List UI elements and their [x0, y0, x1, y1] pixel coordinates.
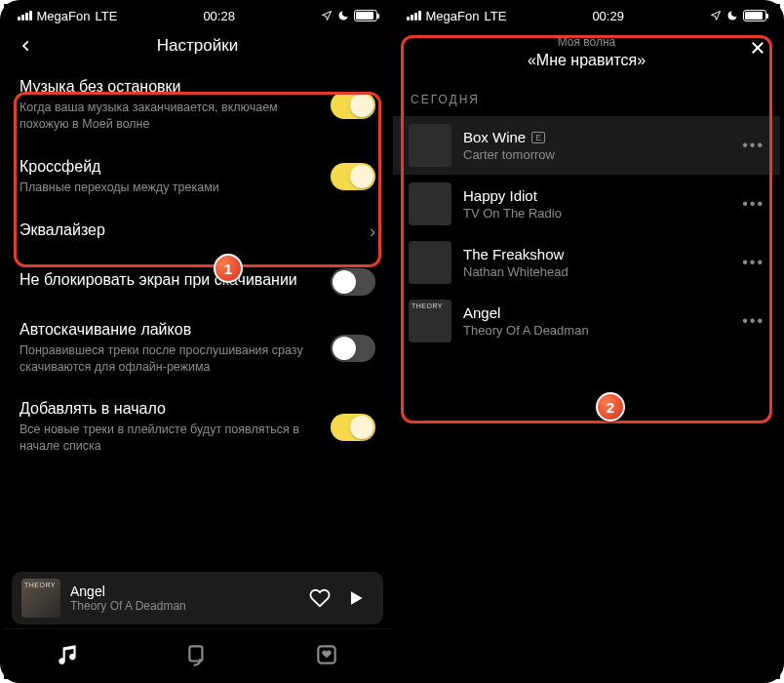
page-title: Настройки: [157, 36, 238, 56]
play-button[interactable]: [346, 588, 373, 608]
setting-nonstop: Музыка без остановки Когда ваша музыка з…: [4, 66, 391, 146]
explicit-badge: E: [531, 132, 545, 143]
svg-rect-1: [190, 646, 203, 661]
setting-sub: Понравившеся треки после прослушивания с…: [20, 342, 319, 376]
setting-crossfade: Кроссфейд Плавные переходы между треками: [4, 146, 391, 210]
location-icon: [321, 10, 333, 21]
clock: 00:28: [203, 9, 235, 23]
queue-title: «Мне нравится»: [393, 52, 780, 69]
setting-sub: Плавные переходы между треками: [20, 180, 319, 196]
more-button[interactable]: •••: [742, 195, 764, 213]
setting-equalizer[interactable]: Эквалайзер ›: [4, 210, 391, 257]
close-button[interactable]: [749, 39, 766, 57]
annotation-badge-2: 2: [596, 392, 625, 422]
mini-player[interactable]: Angel Theory Of A Deadman: [12, 572, 383, 624]
phone-settings: MegaFon LTE 00:28 Настройки Музыка без о…: [4, 4, 391, 679]
setting-title: Кроссфейд: [20, 158, 319, 176]
setting-title: Автоскачивание лайков: [20, 321, 319, 339]
toggle-addtop[interactable]: [331, 414, 375, 441]
queue-header: Моя волна «Мне нравится»: [393, 25, 780, 69]
carrier-label: MegaFon: [426, 9, 480, 23]
chevron-right-icon: ›: [370, 221, 375, 242]
queue-context: Моя волна: [393, 35, 780, 49]
like-button[interactable]: [309, 587, 336, 609]
settings-header: Настройки: [4, 25, 391, 66]
setting-title: Эквалайзер: [20, 221, 358, 239]
toggle-crossfade[interactable]: [331, 163, 375, 190]
track-name: Angel: [463, 304, 500, 321]
carrier-label: MegaFon: [37, 9, 91, 23]
moon-icon: [337, 10, 349, 21]
tab-podcasts[interactable]: [184, 642, 210, 667]
battery-icon: [743, 10, 766, 21]
phone-queue: MegaFon LTE 00:29 Моя волна «Мне нравитс…: [393, 4, 780, 679]
section-label: СЕГОДНЯ: [393, 69, 780, 116]
tab-bar: [4, 628, 391, 679]
album-art: [409, 241, 451, 284]
toggle-autodl[interactable]: [331, 335, 375, 362]
status-bar: MegaFon LTE 00:28: [4, 4, 391, 25]
more-button[interactable]: •••: [742, 137, 764, 154]
network-label: LTE: [95, 9, 117, 23]
track-artist: TV On The Radio: [463, 206, 730, 221]
location-icon: [710, 10, 722, 21]
album-art: [409, 182, 451, 225]
mini-player-artist: Theory Of A Deadman: [70, 599, 299, 613]
tab-liked[interactable]: [314, 642, 339, 667]
track-row[interactable]: Angel Theory Of A Deadman •••: [393, 292, 780, 350]
track-name: Happy Idiot: [463, 187, 537, 204]
setting-title: Музыка без остановки: [20, 78, 319, 96]
status-bar: MegaFon LTE 00:29: [393, 4, 780, 25]
track-row[interactable]: Box Wine E Carter tomorrow •••: [393, 116, 780, 175]
setting-sub: Все новые треки в плейлисте будут появля…: [20, 422, 319, 455]
setting-addtop: Добавлять в начало Все новые треки в пле…: [4, 388, 391, 468]
back-button[interactable]: [14, 33, 39, 59]
setting-nolock: Не блокировать экран при скачивании: [4, 257, 391, 309]
more-button[interactable]: •••: [742, 254, 764, 271]
clock: 00:29: [592, 9, 624, 23]
track-row[interactable]: Happy Idiot TV On The Radio •••: [393, 175, 780, 233]
mini-player-title: Angel: [70, 583, 299, 599]
setting-sub: Когда ваша музыка заканчивается, включае…: [20, 100, 319, 133]
mini-player-art: [21, 579, 60, 618]
toggle-nonstop[interactable]: [331, 92, 375, 119]
signal-icon: [18, 11, 32, 20]
track-row[interactable]: The Freakshow Nathan Whitehead •••: [393, 233, 780, 292]
track-artist: Carter tomorrow: [463, 147, 730, 162]
annotation-badge-1: 1: [214, 254, 243, 283]
svg-marker-0: [351, 591, 363, 604]
tab-music[interactable]: [56, 642, 81, 667]
setting-title: Добавлять в начало: [20, 400, 319, 418]
album-art: [409, 300, 451, 342]
signal-icon: [407, 11, 421, 20]
track-artist: Theory Of A Deadman: [463, 323, 730, 338]
more-button[interactable]: •••: [742, 312, 764, 330]
track-name: Box Wine: [463, 129, 526, 145]
track-artist: Nathan Whitehead: [463, 264, 730, 279]
track-name: The Freakshow: [463, 246, 564, 262]
setting-title: Не блокировать экран при скачивании: [20, 271, 319, 289]
toggle-nolock[interactable]: [331, 268, 375, 296]
moon-icon: [726, 10, 738, 21]
network-label: LTE: [484, 9, 506, 23]
battery-icon: [354, 10, 377, 21]
album-art: [409, 124, 451, 167]
setting-autodl: Автоскачивание лайков Понравившеся треки…: [4, 309, 391, 389]
